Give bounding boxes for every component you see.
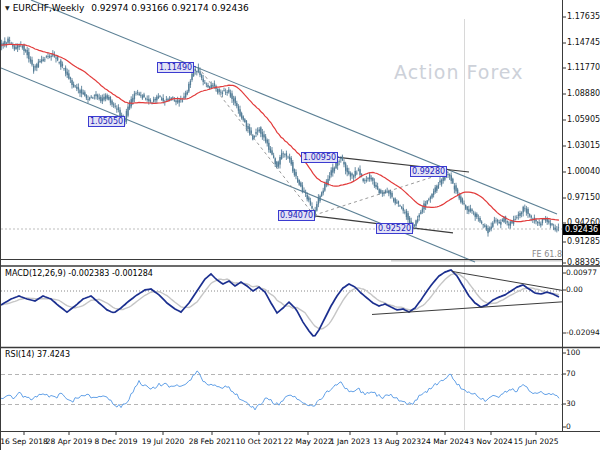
price-annotation[interactable]: 0.99280 [410, 166, 447, 177]
price-axis-label: 1.05905 [567, 116, 600, 124]
time-axis-label: 3 Nov 2024 [469, 437, 512, 446]
price-axis-label: 0.97150 [567, 194, 600, 202]
price-axis-label: 0.88395 [567, 259, 600, 267]
time-axis-label: 8 Dec 2019 [94, 437, 137, 446]
chart-window: ▼EURCHF,Weekly0.92974 0.93166 0.92174 0.… [0, 0, 600, 450]
rsi-indicator-label: RSI(14) 37.4243 [5, 350, 70, 359]
symbol-dropdown-icon[interactable]: ▼ [5, 4, 10, 11]
price-axis-label: 0.91285 [567, 238, 600, 246]
price-annotation[interactable]: 0.92520 [376, 223, 413, 234]
time-axis-label: 24 Mar 2024 [421, 437, 469, 446]
indicator-axis-label: 0.00977 [566, 269, 597, 277]
indicator-axis-label: 0.00 [566, 286, 583, 294]
price-annotation[interactable]: 1.11490 [157, 62, 194, 73]
time-axis-label: 19 Jul 2020 [142, 437, 184, 446]
indicator-axis-label: 30 [566, 400, 576, 408]
price-axis-label: 0.94260 [567, 219, 600, 227]
ohlc-values: 0.92974 0.93166 0.92174 0.92436 [91, 3, 248, 13]
indicator-axis-label: -0.020949 [566, 329, 600, 337]
watermark: Action Forex [394, 61, 523, 83]
indicator-axis-label: 100 [566, 349, 580, 357]
time-axis-label: 15 Jun 2025 [513, 437, 558, 446]
chart-title-bar: ▼EURCHF,Weekly0.92974 0.93166 0.92174 0.… [5, 3, 249, 13]
symbol-timeframe-label: EURCHF,Weekly [13, 3, 85, 13]
price-annotation[interactable]: 1.00950 [301, 152, 338, 163]
time-axis-label: 13 Aug 2023 [373, 437, 421, 446]
macd-signal-line [1, 274, 559, 329]
trendline-resistance-upper[interactable] [334, 157, 469, 172]
time-axis-label: 10 Oct 2021 [236, 437, 282, 446]
indicator-axis-label: 0 [566, 423, 571, 431]
rsi-line [1, 371, 559, 410]
trendline-macd-wedge-lower[interactable] [372, 302, 562, 315]
price-axis-label: 1.14745 [567, 39, 600, 47]
time-axis-label: 22 May 2022 [284, 437, 333, 446]
macd-indicator-label: MACD(12,26,9) -0.002383 -0.001284 [5, 269, 153, 278]
trendline-channel-upper[interactable] [31, 0, 557, 214]
price-axis-label: 1.08880 [567, 90, 600, 98]
price-annotation[interactable]: 1.05050 [88, 116, 125, 127]
time-axis-label: 28 Apr 2019 [46, 437, 92, 446]
price-axis-label: 1.17635 [567, 13, 600, 21]
price-annotation[interactable]: 0.94070 [278, 210, 315, 221]
price-axis-label: 1.03015 [567, 142, 600, 150]
fib-extension-label: FE 61.8 [506, 250, 562, 259]
time-axis-label: 1 Jan 2023 [330, 437, 370, 446]
indicator-axis-label: 70 [566, 370, 576, 378]
price-axis-label: 1.11770 [567, 64, 600, 72]
price-axis-label: 1.00040 [567, 168, 600, 176]
time-axis-label: 28 Feb 2021 [189, 437, 236, 446]
trendline-swing-down[interactable] [198, 67, 314, 215]
trendline-macd-wedge-upper[interactable] [452, 271, 562, 290]
time-axis-label: 16 Sep 2018 [0, 437, 48, 446]
